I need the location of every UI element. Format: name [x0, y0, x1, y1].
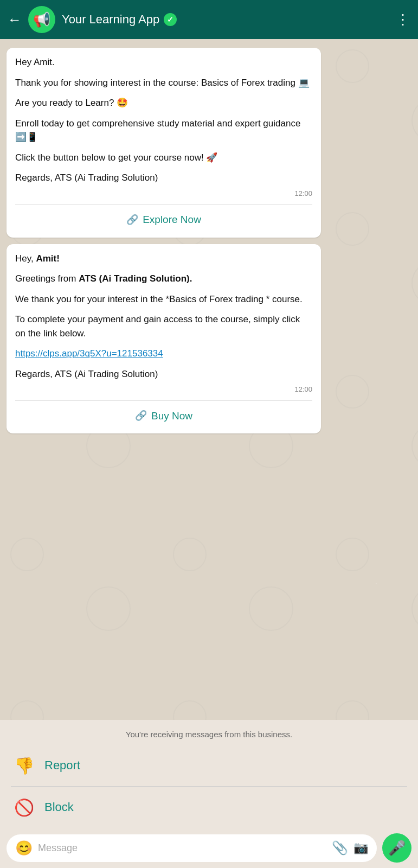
message-bubble-1: Hey Amit. Thank you for showing interest… — [7, 48, 321, 238]
chat-area: Hey Amit. Thank you for showing interest… — [0, 39, 418, 720]
explore-now-button[interactable]: 🔗 Explore Now — [15, 205, 312, 230]
msg1-p4: Enroll today to get comprehensive study … — [15, 117, 312, 144]
message-input[interactable]: Message — [38, 843, 326, 854]
contact-name: Your Learning App — [62, 12, 159, 27]
report-label: Report — [44, 758, 80, 773]
msg1-p3: Are you ready to Learn? 🤩 — [15, 96, 312, 110]
msg1-p2: Thank you for showing interest in the co… — [15, 76, 312, 90]
mic-button[interactable]: 🎤 — [382, 833, 411, 863]
verified-badge — [164, 13, 177, 26]
msg2-p2: Greetings from ATS (Ai Trading Solution)… — [15, 272, 312, 286]
msg1-p5: Click the button below to get your cours… — [15, 151, 312, 165]
msg2-p1: Hey, Amit! — [15, 252, 312, 266]
mic-icon: 🎤 — [388, 840, 406, 857]
msg2-p4: To complete your payment and gain access… — [15, 312, 312, 340]
attach-button[interactable]: 📎 — [332, 840, 348, 856]
contact-avatar: 📢 — [28, 6, 55, 33]
input-bar: 😊 Message 📎 📷 🎤 — [0, 828, 418, 868]
camera-button[interactable]: 📷 — [353, 841, 368, 855]
back-button[interactable]: ← — [8, 11, 22, 28]
emoji-button[interactable]: 😊 — [15, 840, 33, 857]
external-link-icon: 🔗 — [126, 213, 138, 227]
buy-now-label: Buy Now — [151, 409, 192, 424]
msg2-link[interactable]: https://clps.app/3q5X?u=121536334 — [15, 347, 312, 361]
block-action[interactable]: 🚫 Block — [0, 787, 418, 828]
block-icon: 🚫 — [13, 796, 35, 818]
message-bubble-2: Hey, Amit! Greetings from ATS (Ai Tradin… — [7, 244, 321, 434]
buy-now-button[interactable]: 🔗 Buy Now — [15, 401, 312, 426]
business-info-text: You're receiving messages from this busi… — [126, 730, 292, 739]
report-icon: 👎 — [13, 755, 35, 776]
msg2-regards: Regards, ATS (Ai Trading Solution) — [15, 367, 312, 381]
header-title-wrap: Your Learning App — [62, 12, 389, 27]
business-info-bar: You're receiving messages from this busi… — [0, 720, 418, 745]
msg1-p1: Hey Amit. — [15, 55, 312, 69]
report-action[interactable]: 👎 Report — [0, 745, 418, 786]
chat-header: ← 📢 Your Learning App ⋮ — [0, 0, 418, 39]
explore-now-label: Explore Now — [143, 212, 201, 228]
buy-link-icon: 🔗 — [135, 409, 147, 423]
avatar-icon: 📢 — [33, 11, 50, 28]
msg1-p6: Regards, ATS (Ai Trading Solution) — [15, 171, 312, 185]
msg1-time: 12:00 — [15, 188, 312, 199]
message-input-wrap: 😊 Message 📎 📷 — [7, 834, 377, 862]
msg2-time: 12:00 — [15, 384, 312, 395]
msg2-p3: We thank you for your interest in the *B… — [15, 292, 312, 307]
more-options-button[interactable]: ⋮ — [396, 11, 410, 28]
block-label: Block — [44, 800, 74, 814]
